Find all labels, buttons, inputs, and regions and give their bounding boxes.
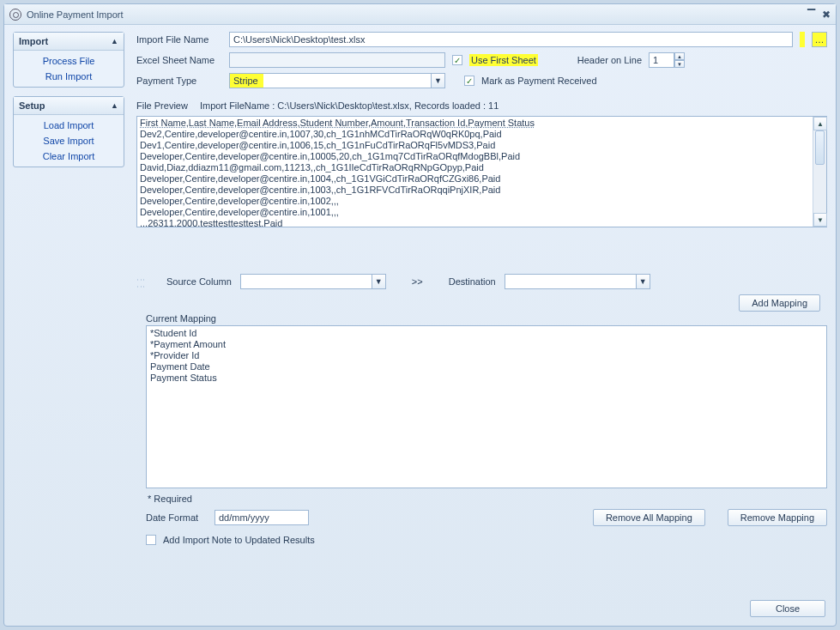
close-button[interactable]: Close: [750, 600, 825, 617]
remove-mapping-button[interactable]: Remove Mapping: [728, 509, 827, 526]
mark-as-received-checkbox[interactable]: ✓: [464, 76, 474, 86]
payment-type-select[interactable]: [263, 74, 431, 88]
minimize-icon[interactable]: ▔: [807, 9, 815, 21]
chevron-down-icon[interactable]: ▼: [636, 275, 650, 288]
list-item[interactable]: *Payment Amount: [150, 339, 823, 350]
link-clear-import[interactable]: Clear Import: [43, 151, 95, 161]
spinner-up-icon[interactable]: ▲: [674, 52, 685, 60]
mark-as-received-label: Mark as Payment Received: [481, 76, 597, 86]
required-note: * Required: [148, 494, 825, 504]
use-first-sheet-label: Use First Sheet: [469, 54, 538, 66]
chevron-down-icon[interactable]: ▼: [431, 74, 444, 88]
list-item[interactable]: *Provider Id: [150, 350, 823, 361]
payment-type-value: Stripe: [230, 74, 263, 88]
excel-sheet-name-input: [229, 52, 445, 68]
footer: Close: [4, 595, 836, 626]
link-load-import[interactable]: Load Import: [44, 120, 94, 130]
scroll-up-icon[interactable]: ▲: [813, 117, 827, 130]
close-icon[interactable]: ✖: [822, 9, 831, 21]
source-column-select[interactable]: [241, 275, 372, 288]
add-import-note-label: Add Import Note to Updated Results: [163, 535, 315, 545]
chevron-up-icon: ▲: [111, 101, 118, 110]
titlebar: Online Payment Import ▔ ✖: [4, 4, 836, 25]
add-import-note-checkbox[interactable]: [146, 535, 156, 545]
chevron-up-icon: ▲: [111, 37, 118, 45]
destination-label: Destination: [449, 276, 496, 287]
import-file-name-input[interactable]: [229, 32, 793, 47]
source-column-label: Source Column: [166, 276, 232, 287]
sidebar: Import ▲ Process File Run Import Setup ▲…: [13, 32, 124, 588]
list-item[interactable]: Payment Date: [150, 361, 823, 373]
panel-title: Import: [19, 36, 48, 46]
list-item[interactable]: Payment Status: [150, 373, 823, 384]
panel-header-setup[interactable]: Setup ▲: [14, 97, 124, 115]
app-icon: [9, 9, 21, 21]
window: Online Payment Import ▔ ✖ Import ▲ Proce…: [3, 3, 837, 627]
scroll-thumb[interactable]: [815, 130, 825, 165]
link-save-import[interactable]: Save Import: [43, 136, 94, 146]
list-item[interactable]: *Student Id: [150, 328, 823, 339]
highlight-marker: [800, 32, 805, 47]
import-filename-info: Import FileName : C:\Users\Nick\Desktop\…: [200, 100, 499, 111]
panel-header-import[interactable]: Import ▲: [14, 33, 124, 51]
panel-title: Setup: [19, 100, 45, 111]
spinner-down-icon[interactable]: ▼: [674, 60, 685, 68]
add-mapping-button[interactable]: Add Mapping: [739, 294, 820, 312]
date-format-input[interactable]: [215, 510, 309, 525]
import-file-name-label: Import File Name: [136, 34, 222, 45]
mapping-arrow-icon: >>: [412, 276, 423, 287]
header-on-line-input[interactable]: [649, 52, 674, 68]
splitter-handle[interactable]: ⋮⋮: [136, 276, 146, 289]
window-title: Online Payment Import: [27, 9, 801, 20]
file-preview-label: File Preview: [136, 100, 188, 111]
scroll-down-icon[interactable]: ▼: [813, 213, 827, 227]
date-format-label: Date Format: [146, 512, 208, 523]
link-process-file[interactable]: Process File: [43, 56, 95, 66]
file-preview-content[interactable]: First Name,Last Name,Email Address,Stude…: [137, 117, 813, 227]
remove-all-mapping-button[interactable]: Remove All Mapping: [593, 509, 705, 526]
current-mapping-label: Current Mapping: [146, 313, 827, 324]
destination-select[interactable]: [505, 275, 636, 288]
chevron-down-icon[interactable]: ▼: [372, 275, 385, 288]
payment-type-label: Payment Type: [136, 76, 222, 86]
current-mapping-list[interactable]: *Student Id *Payment Amount *Provider Id…: [146, 325, 827, 488]
header-on-line-label: Header on Line: [577, 55, 642, 65]
link-run-import[interactable]: Run Import: [45, 71, 92, 82]
file-preview-box: First Name,Last Name,Email Address,Stude…: [136, 116, 827, 227]
main-area: Import File Name … Excel Sheet Name ✓ Us…: [136, 32, 827, 588]
use-first-sheet-checkbox[interactable]: ✓: [452, 55, 462, 65]
panel-setup: Setup ▲ Load Import Save Import Clear Im…: [13, 96, 124, 167]
content-area: Import ▲ Process File Run Import Setup ▲…: [4, 25, 836, 595]
preview-scrollbar[interactable]: ▲ ▼: [813, 117, 826, 227]
panel-import: Import ▲ Process File Run Import: [13, 32, 124, 88]
excel-sheet-name-label: Excel Sheet Name: [136, 55, 222, 65]
browse-button[interactable]: …: [812, 32, 827, 47]
